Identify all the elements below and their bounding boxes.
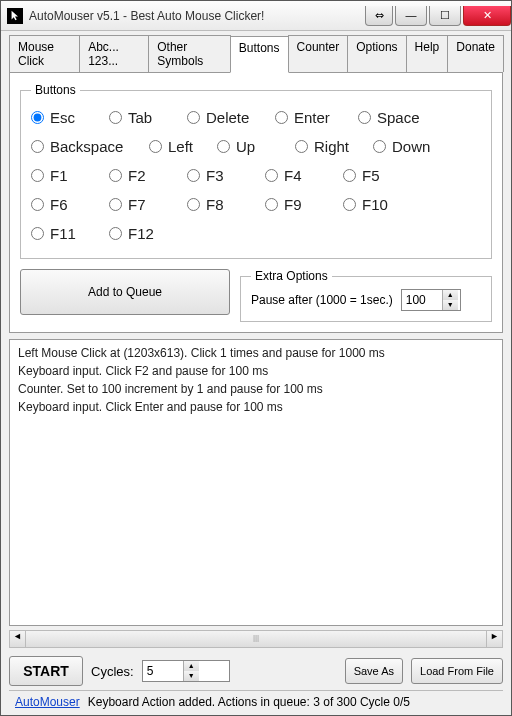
start-button[interactable]: START xyxy=(9,656,83,686)
radio-input[interactable] xyxy=(31,140,44,153)
status-link[interactable]: AutoMouser xyxy=(15,695,80,709)
pause-after-spinner[interactable]: ▲▼ xyxy=(401,289,461,311)
add-to-queue-button[interactable]: Add to Queue xyxy=(20,269,230,315)
radio-label: F7 xyxy=(128,196,146,213)
radio-label: F5 xyxy=(362,167,380,184)
save-as-button[interactable]: Save As xyxy=(345,658,403,684)
radio-f10[interactable]: F10 xyxy=(343,196,413,213)
radio-down[interactable]: Down xyxy=(373,138,443,155)
radio-input[interactable] xyxy=(358,111,371,124)
tab-abc-123-[interactable]: Abc... 123... xyxy=(79,35,149,72)
queue-item[interactable]: Counter. Set to 100 increment by 1 and p… xyxy=(18,382,494,396)
radio-delete[interactable]: Delete xyxy=(187,109,267,126)
spinner-up-icon[interactable]: ▲ xyxy=(443,290,458,300)
radio-input[interactable] xyxy=(109,169,122,182)
radio-f4[interactable]: F4 xyxy=(265,167,335,184)
buttons-radio-grid: EscTabDeleteEnterSpaceBackspaceLeftUpRig… xyxy=(31,103,481,248)
radio-input[interactable] xyxy=(265,169,278,182)
radio-f11[interactable]: F11 xyxy=(31,225,101,242)
radio-f2[interactable]: F2 xyxy=(109,167,179,184)
radio-input[interactable] xyxy=(373,140,386,153)
client-area: Mouse ClickAbc... 123...Other SymbolsBut… xyxy=(1,31,511,715)
maximize-button[interactable]: ☐ xyxy=(429,6,461,26)
radio-label: Delete xyxy=(206,109,249,126)
radio-space[interactable]: Space xyxy=(358,109,438,126)
horizontal-scrollbar[interactable]: ◄ ► xyxy=(9,630,503,648)
extra-options-group: Extra Options Pause after (1000 = 1sec.)… xyxy=(240,269,492,322)
radio-enter[interactable]: Enter xyxy=(275,109,350,126)
titlebar: AutoMouser v5.1 - Best Auto Mouse Clicke… xyxy=(1,1,511,31)
options-window-button[interactable]: ⇔ xyxy=(365,6,393,26)
scroll-thumb[interactable] xyxy=(26,631,486,647)
radio-f5[interactable]: F5 xyxy=(343,167,413,184)
tab-help[interactable]: Help xyxy=(406,35,449,72)
radio-input[interactable] xyxy=(187,198,200,211)
radio-input[interactable] xyxy=(265,198,278,211)
radio-up[interactable]: Up xyxy=(217,138,287,155)
cycles-spinner[interactable]: ▲▼ xyxy=(142,660,230,682)
radio-f1[interactable]: F1 xyxy=(31,167,101,184)
radio-label: F9 xyxy=(284,196,302,213)
radio-label: Space xyxy=(377,109,420,126)
radio-label: F6 xyxy=(50,196,68,213)
radio-input[interactable] xyxy=(149,140,162,153)
close-button[interactable]: ✕ xyxy=(463,6,511,26)
radio-input[interactable] xyxy=(109,111,122,124)
radio-f8[interactable]: F8 xyxy=(187,196,257,213)
radio-input[interactable] xyxy=(217,140,230,153)
radio-label: Right xyxy=(314,138,349,155)
radio-input[interactable] xyxy=(31,111,44,124)
radio-label: F10 xyxy=(362,196,388,213)
radio-input[interactable] xyxy=(343,198,356,211)
radio-input[interactable] xyxy=(31,227,44,240)
radio-label: Left xyxy=(168,138,193,155)
tab-counter[interactable]: Counter xyxy=(288,35,349,72)
radio-left[interactable]: Left xyxy=(149,138,209,155)
queue-item[interactable]: Keyboard input. Click Enter and pause fo… xyxy=(18,400,494,414)
radio-label: Down xyxy=(392,138,430,155)
radio-input[interactable] xyxy=(275,111,288,124)
radio-esc[interactable]: Esc xyxy=(31,109,101,126)
radio-label: F2 xyxy=(128,167,146,184)
tab-buttons[interactable]: Buttons xyxy=(230,36,289,73)
tab-options[interactable]: Options xyxy=(347,35,406,72)
radio-tab[interactable]: Tab xyxy=(109,109,179,126)
spinner-down-icon[interactable]: ▼ xyxy=(184,671,199,681)
minimize-button[interactable]: — xyxy=(395,6,427,26)
load-from-file-button[interactable]: Load From File xyxy=(411,658,503,684)
radio-backspace[interactable]: Backspace xyxy=(31,138,141,155)
radio-input[interactable] xyxy=(187,111,200,124)
scroll-left-icon[interactable]: ◄ xyxy=(10,631,26,647)
radio-input[interactable] xyxy=(109,198,122,211)
bottom-bar: START Cycles: ▲▼ Save As Load From File xyxy=(9,652,503,690)
radio-input[interactable] xyxy=(109,227,122,240)
tab-other-symbols[interactable]: Other Symbols xyxy=(148,35,231,72)
spinner-up-icon[interactable]: ▲ xyxy=(184,661,199,671)
radio-f12[interactable]: F12 xyxy=(109,225,179,242)
cycles-input[interactable] xyxy=(143,664,183,678)
radio-input[interactable] xyxy=(31,198,44,211)
radio-right[interactable]: Right xyxy=(295,138,365,155)
tab-mouse-click[interactable]: Mouse Click xyxy=(9,35,80,72)
radio-input[interactable] xyxy=(31,169,44,182)
radio-input[interactable] xyxy=(295,140,308,153)
queue-list: Left Mouse Click at (1203x613). Click 1 … xyxy=(9,339,503,626)
pause-after-input[interactable] xyxy=(402,293,442,307)
window-buttons: ⇔ — ☐ ✕ xyxy=(365,6,511,26)
queue-item[interactable]: Left Mouse Click at (1203x613). Click 1 … xyxy=(18,346,494,360)
window-title: AutoMouser v5.1 - Best Auto Mouse Clicke… xyxy=(29,9,365,23)
add-extra-row: Add to Queue Extra Options Pause after (… xyxy=(20,269,492,322)
radio-f7[interactable]: F7 xyxy=(109,196,179,213)
tab-donate[interactable]: Donate xyxy=(447,35,504,72)
spinner-down-icon[interactable]: ▼ xyxy=(443,300,458,310)
buttons-group: Buttons EscTabDeleteEnterSpaceBackspaceL… xyxy=(20,83,492,259)
extra-legend: Extra Options xyxy=(251,269,332,283)
radio-input[interactable] xyxy=(343,169,356,182)
radio-f6[interactable]: F6 xyxy=(31,196,101,213)
scroll-right-icon[interactable]: ► xyxy=(486,631,502,647)
radio-label: Up xyxy=(236,138,255,155)
radio-input[interactable] xyxy=(187,169,200,182)
radio-f9[interactable]: F9 xyxy=(265,196,335,213)
radio-f3[interactable]: F3 xyxy=(187,167,257,184)
queue-item[interactable]: Keyboard input. Click F2 and pause for 1… xyxy=(18,364,494,378)
